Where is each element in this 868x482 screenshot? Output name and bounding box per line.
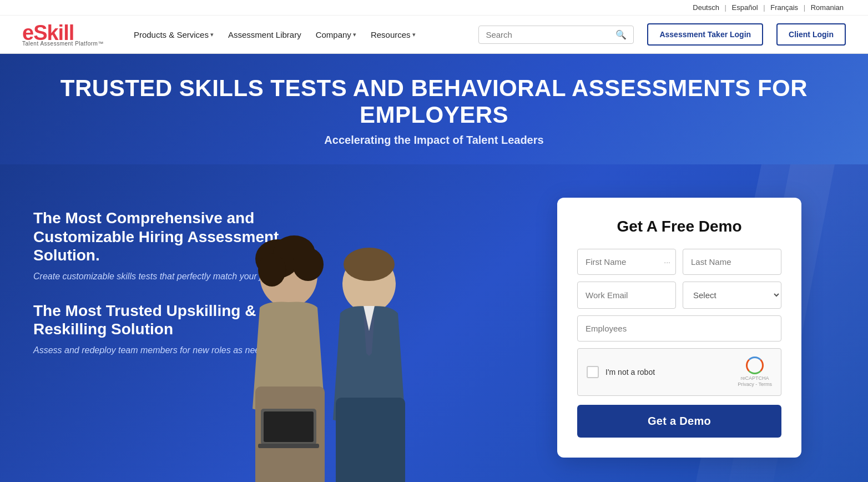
form-row-employees	[577, 315, 781, 342]
captcha-checkbox[interactable]	[587, 366, 599, 378]
first-name-wrap: ···	[577, 249, 676, 275]
svg-rect-11	[258, 444, 319, 448]
recaptcha-icon	[746, 357, 764, 374]
hero-title: TRUSTED SKILLS TESTS AND BEHAVIORAL ASSE…	[22, 75, 846, 128]
hero-people-image	[211, 198, 444, 482]
svg-point-7	[344, 248, 395, 281]
main-navbar: eSkill Talent Assessment Platform™ Produ…	[0, 16, 868, 54]
assessment-taker-login-button[interactable]: Assessment Taker Login	[647, 23, 763, 46]
nav-assessment-library[interactable]: Assessment Library	[223, 27, 307, 43]
svg-rect-10	[264, 411, 314, 442]
employees-field[interactable]	[577, 315, 781, 342]
nav-resources[interactable]: Resources ▾	[365, 27, 421, 43]
search-input[interactable]	[486, 30, 611, 39]
chevron-down-icon: ▾	[210, 31, 214, 38]
chevron-down-icon: ▾	[412, 31, 416, 38]
input-dots-icon: ···	[664, 258, 670, 267]
main-section: The Most Comprehensive and Customizable …	[0, 164, 868, 482]
chevron-down-icon: ▾	[353, 31, 356, 38]
last-name-field[interactable]	[683, 249, 781, 275]
logo[interactable]: eSkill Talent Assessment Platform™	[22, 22, 104, 47]
logo-subtitle: Talent Assessment Platform™	[22, 41, 104, 47]
hero-banner: TRUSTED SKILLS TESTS AND BEHAVIORAL ASSE…	[0, 54, 868, 164]
demo-form-card: Get A Free Demo ··· Select United States…	[557, 198, 801, 458]
lang-romanian[interactable]: Romanian	[811, 3, 844, 12]
svg-rect-8	[336, 398, 405, 482]
recaptcha-logo: reCAPTCHA Privacy - Terms	[738, 357, 772, 388]
country-select[interactable]: Select United States United Kingdom Cana…	[683, 282, 781, 309]
people-illustration	[222, 220, 433, 482]
client-login-button[interactable]: Client Login	[776, 23, 846, 46]
form-title: Get A Free Demo	[577, 218, 781, 235]
get-demo-button[interactable]: Get a Demo	[577, 405, 781, 438]
form-row-name: ···	[577, 249, 781, 275]
captcha-label: I'm not a robot	[605, 368, 731, 376]
search-bar: 🔍	[478, 26, 634, 44]
lang-deutsch[interactable]: Deutsch	[693, 3, 719, 12]
search-icon: 🔍	[615, 29, 627, 40]
nav-company[interactable]: Company ▾	[310, 27, 362, 43]
nav-products-services[interactable]: Products & Services ▾	[128, 27, 219, 43]
svg-point-4	[258, 253, 286, 287]
lang-espanol[interactable]: Español	[732, 3, 758, 12]
work-email-field[interactable]	[577, 282, 676, 309]
nav-links: Products & Services ▾ Assessment Library…	[128, 27, 466, 43]
first-name-field[interactable]	[577, 249, 676, 275]
recaptcha-brand: reCAPTCHA Privacy - Terms	[738, 375, 772, 388]
language-bar: Deutsch | Español | Français | Romanian	[0, 0, 868, 16]
captcha-box[interactable]: I'm not a robot reCAPTCHA Privacy - Term…	[577, 348, 781, 396]
lang-francais[interactable]: Français	[770, 3, 798, 12]
svg-point-3	[292, 248, 324, 281]
last-name-wrap	[683, 249, 781, 275]
hero-subtitle: Accelerating the Impact of Talent Leader…	[22, 134, 846, 147]
form-row-email-select: Select United States United Kingdom Cana…	[577, 282, 781, 309]
